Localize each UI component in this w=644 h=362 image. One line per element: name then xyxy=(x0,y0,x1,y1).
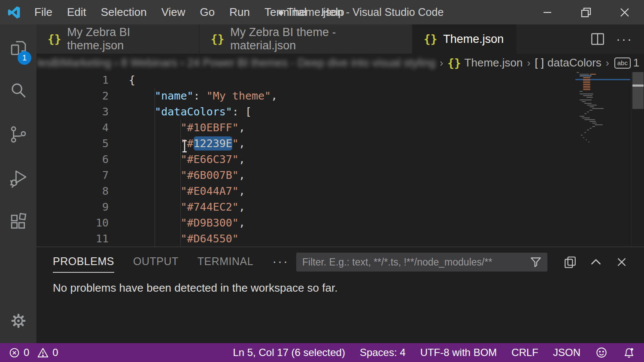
restore-button[interactable] xyxy=(567,0,605,24)
error-count: 0 xyxy=(24,347,29,359)
breadcrumb-separator: › xyxy=(440,57,443,69)
tab-theme-json[interactable]: {}Theme.json xyxy=(413,24,517,54)
code-token: , xyxy=(239,201,245,213)
code-line[interactable]: 10 "#D9B300", xyxy=(36,215,644,231)
line-number: 8 xyxy=(36,183,109,199)
code-token: "name" xyxy=(155,90,193,102)
tab-my-zebra-bi-theme-json[interactable]: {}My Zebra BI theme.json xyxy=(36,24,200,54)
settings-gear-icon[interactable] xyxy=(0,306,36,336)
code-line[interactable]: 8 "#E044A7", xyxy=(36,183,644,199)
problems-status[interactable]: 0 0 xyxy=(0,347,58,359)
panel-tab-terminal[interactable]: TERMINAL xyxy=(197,249,253,274)
minimap-line xyxy=(589,121,596,122)
minimap-line xyxy=(580,100,592,100)
panel-tab-output[interactable]: OUTPUT xyxy=(133,249,179,274)
code-line[interactable]: 6 "#E66C37", xyxy=(36,151,644,167)
code-line[interactable]: 9 "#744EC2", xyxy=(36,199,644,215)
editor-actions: ··· xyxy=(590,24,644,54)
copy-icon[interactable] xyxy=(563,255,577,269)
code-token: "#E044A7" xyxy=(180,185,238,197)
breadcrumb-file[interactable]: Theme.json xyxy=(465,56,523,69)
minimap[interactable] xyxy=(575,72,631,247)
breadcrumb-separator: › xyxy=(527,57,530,69)
code-editor[interactable]: 1{2 "name": "My theme",3 "dataColors": [… xyxy=(36,72,644,247)
minimap-line xyxy=(577,72,579,73)
indent-guide xyxy=(180,120,181,247)
scrollbar-slider[interactable] xyxy=(632,72,644,109)
more-actions-button[interactable]: ··· xyxy=(616,32,633,46)
code-token xyxy=(129,106,155,118)
breadcrumb-separator: › xyxy=(606,57,609,69)
array-symbol-icon: [ ] xyxy=(535,56,544,69)
source-control-icon[interactable] xyxy=(0,120,36,150)
code-token: , xyxy=(239,137,245,150)
notifications-bell-icon[interactable] xyxy=(623,346,635,359)
minimap-line xyxy=(580,75,592,76)
minimap-line xyxy=(583,86,590,87)
code-line[interactable]: 3 "dataColors": [ xyxy=(36,104,644,120)
tab-my-zebra-bi-theme-material-json[interactable]: {}My Zebra BI theme - material.json xyxy=(200,24,413,54)
end-of-line-setting[interactable]: CRLF xyxy=(511,347,538,359)
code-line[interactable]: 1{ xyxy=(36,72,644,88)
code-line[interactable]: 2 "name": "My theme", xyxy=(36,88,644,104)
minimap-line xyxy=(589,110,592,111)
code-line[interactable]: 11 "#D64550" xyxy=(36,231,644,247)
minimap-line xyxy=(584,113,586,114)
menu-file[interactable]: File xyxy=(27,0,60,24)
menu-help[interactable]: Help xyxy=(314,0,351,24)
filter-funnel-icon xyxy=(529,256,542,268)
vscode-logo-icon xyxy=(6,5,21,20)
editor-scrollbar[interactable] xyxy=(631,72,644,247)
minimap-line xyxy=(587,112,589,112)
minimap-line xyxy=(583,137,584,138)
cursor-position[interactable]: Ln 5, Col 17 (6 selected) xyxy=(233,347,345,359)
menu-terminal[interactable]: Terminal xyxy=(257,0,314,24)
code-text: "#744EC2", xyxy=(109,199,245,215)
maximize-panel-icon[interactable] xyxy=(589,255,603,269)
breadcrumb-node[interactable]: dataColors xyxy=(547,56,601,69)
menu-view[interactable]: View xyxy=(154,0,193,24)
code-token: "#D64550" xyxy=(180,232,238,245)
code-token: "#744EC2" xyxy=(180,201,238,213)
panel-more-actions-button[interactable]: ··· xyxy=(272,254,289,268)
close-panel-icon[interactable] xyxy=(615,255,629,269)
extensions-icon[interactable] xyxy=(0,207,36,237)
run-debug-icon[interactable] xyxy=(0,163,36,193)
minimap-line xyxy=(583,79,590,80)
minimap-line xyxy=(580,74,589,75)
indent-guide xyxy=(155,88,155,247)
minimap-line xyxy=(582,118,590,118)
minimize-button[interactable] xyxy=(528,0,567,24)
code-line[interactable]: 5 "#12239E", xyxy=(36,136,644,151)
menu-selection[interactable]: Selection xyxy=(94,0,154,24)
code-text: "name": "My theme", xyxy=(109,88,277,104)
indentation-setting[interactable]: Spaces: 4 xyxy=(360,347,406,359)
menu-run[interactable]: Run xyxy=(222,0,257,24)
vscode-window: FileEditSelectionViewGoRunTerminalHelp ●… xyxy=(0,0,644,362)
explorer-icon[interactable]: 1 xyxy=(0,33,36,63)
language-mode[interactable]: JSON xyxy=(553,347,580,359)
minimap-line xyxy=(592,123,597,124)
code-token: : [ xyxy=(232,106,252,118)
panel-actions xyxy=(563,253,629,272)
tab-strip: {}My Zebra BI theme.json{}My Zebra BI th… xyxy=(36,24,644,54)
string-symbol-icon: abc xyxy=(614,57,631,69)
close-window-button[interactable] xyxy=(605,0,644,24)
split-editor-button[interactable] xyxy=(590,32,605,46)
menu-edit[interactable]: Edit xyxy=(60,0,94,24)
minimap-line xyxy=(589,106,594,107)
minimap-line xyxy=(580,116,584,117)
filter-input[interactable] xyxy=(296,256,529,268)
file-encoding[interactable]: UTF-8 with BOM xyxy=(420,347,497,359)
code-line[interactable]: 4 "#10EBFF", xyxy=(36,120,644,136)
line-number: 9 xyxy=(36,199,109,215)
json-file-icon: {} xyxy=(211,33,224,45)
search-icon[interactable] xyxy=(0,76,36,106)
feedback-icon[interactable] xyxy=(595,346,608,359)
menu-go[interactable]: Go xyxy=(193,0,222,24)
breadcrumb-index[interactable]: 1 xyxy=(633,56,639,69)
minimap-line xyxy=(588,142,589,142)
code-line[interactable]: 7 "#6B007B", xyxy=(36,167,644,183)
breadcrumb-blurred-path[interactable]: lesBIMarketing › 8 Webinars › 24 Power B… xyxy=(37,56,435,69)
panel-tab-problems[interactable]: PROBLEMS xyxy=(53,249,114,274)
